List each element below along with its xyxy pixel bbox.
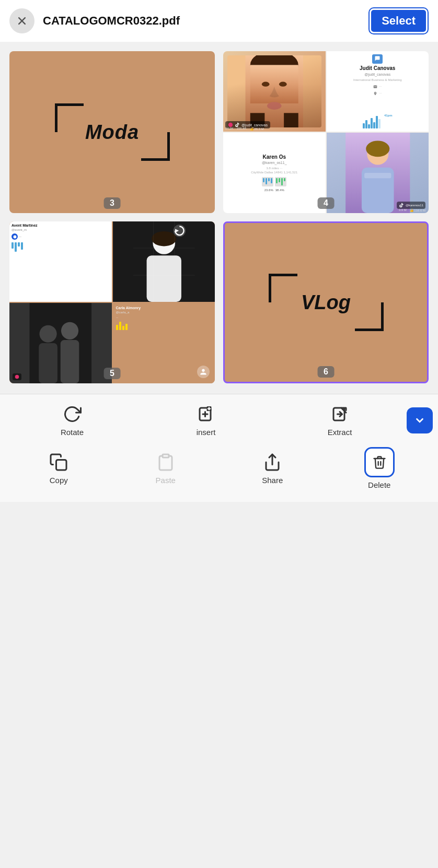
share-button[interactable]: Share bbox=[219, 452, 326, 485]
copy-icon bbox=[48, 452, 69, 473]
svg-point-20 bbox=[152, 231, 176, 246]
copy-button[interactable]: Copy bbox=[5, 452, 112, 485]
moda-bracket: Moda bbox=[55, 103, 170, 161]
svg-rect-32 bbox=[30, 303, 91, 383]
paste-label: Paste bbox=[156, 476, 176, 485]
collage-profile-info: Judit Canovas @judit_canovas Internation… bbox=[327, 51, 429, 132]
pages-grid: Moda 3 bbox=[9, 51, 429, 383]
p5-stats-panel: Avent Martinez @avent_m ··· bbox=[9, 221, 112, 302]
profile-face bbox=[227, 55, 321, 127]
pages-container: Moda 3 bbox=[0, 42, 438, 383]
svg-point-33 bbox=[15, 375, 19, 379]
ig-handle-label: @judit_canovas bbox=[241, 123, 268, 127]
insert-button[interactable]: insert bbox=[139, 404, 273, 437]
extract-button[interactable]: Extract bbox=[273, 404, 407, 437]
p5-group-photo bbox=[9, 303, 112, 383]
toolbar-row-2: Copy Paste Share bbox=[0, 442, 438, 502]
toolbar-expand-button[interactable] bbox=[407, 407, 433, 433]
extract-label: Extract bbox=[328, 428, 352, 437]
rotate-icon bbox=[62, 404, 83, 425]
collage-grid: @judit_canovas 24.2K 155.8K 👍 26.3 M bbox=[223, 51, 429, 213]
moda-text: Moda bbox=[85, 121, 139, 144]
svg-rect-15 bbox=[364, 173, 391, 178]
svg-point-16 bbox=[13, 235, 16, 238]
delete-button[interactable]: Delete bbox=[326, 447, 433, 489]
document-title: CATALOGOMCR0322.pdf bbox=[43, 14, 360, 28]
svg-rect-4 bbox=[250, 65, 298, 103]
extract-icon bbox=[329, 404, 350, 425]
page-thumb-6[interactable]: VLog 6 bbox=[223, 221, 429, 383]
page-thumb-5[interactable]: Avent Martinez @avent_m ··· bbox=[9, 221, 215, 383]
insert-icon bbox=[195, 404, 216, 425]
svg-point-3 bbox=[250, 55, 298, 79]
copy-label: Copy bbox=[50, 476, 68, 485]
page-thumb-4[interactable]: @judit_canovas 24.2K 155.8K 👍 26.3 M bbox=[223, 51, 429, 213]
app-header: CATALOGOMCR0322.pdf Select bbox=[0, 0, 438, 42]
collage-face-cell: @judit_canovas 24.2K 155.8K 👍 26.3 M bbox=[223, 51, 326, 132]
svg-point-6 bbox=[279, 82, 287, 87]
toolbar: Rotate insert bbox=[0, 394, 438, 502]
mini-chart-judit bbox=[363, 114, 381, 128]
page-badge-3: 3 bbox=[103, 197, 121, 209]
insert-label: insert bbox=[197, 428, 216, 437]
svg-rect-19 bbox=[146, 255, 181, 302]
rotate-button[interactable]: Rotate bbox=[5, 404, 139, 437]
page5-grid: Avent Martinez @avent_m ··· bbox=[9, 221, 215, 383]
vlog-text: VLog bbox=[301, 291, 351, 314]
close-button[interactable] bbox=[9, 8, 34, 33]
svg-point-7 bbox=[267, 102, 282, 110]
share-icon bbox=[262, 452, 283, 473]
svg-point-5 bbox=[262, 82, 270, 87]
svg-rect-9 bbox=[284, 113, 298, 127]
page-thumb-3[interactable]: Moda 3 bbox=[9, 51, 215, 213]
page-badge-4: 4 bbox=[317, 197, 335, 209]
select-button[interactable]: Select bbox=[368, 7, 429, 34]
page-badge-6: 6 bbox=[317, 366, 335, 378]
p5-carla-info: Carla Almonry @carla_a ··· bbox=[113, 303, 215, 383]
svg-point-10 bbox=[228, 123, 233, 127]
rotate-label: Rotate bbox=[61, 428, 84, 437]
svg-point-14 bbox=[366, 140, 389, 157]
share-label: Share bbox=[262, 476, 283, 485]
toolbar-row-1: Rotate insert bbox=[0, 394, 438, 442]
paste-button[interactable]: Paste bbox=[112, 452, 220, 485]
p5-dark-photo bbox=[113, 221, 215, 302]
page-badge-5: 5 bbox=[103, 368, 121, 379]
svg-rect-2 bbox=[246, 55, 303, 127]
svg-rect-43 bbox=[163, 454, 169, 458]
svg-rect-42 bbox=[56, 460, 67, 471]
delete-label: Delete bbox=[368, 480, 390, 489]
karen-name: Karen Os bbox=[263, 154, 286, 160]
paste-icon bbox=[155, 452, 176, 473]
collage-person-photo: @karenos11 3.9 M 👍 116.6 M bbox=[327, 133, 429, 213]
judit-name: Judit Canovas bbox=[360, 65, 395, 71]
judit-bio: International Business & Marketing bbox=[353, 78, 402, 82]
judit-handle: @judit_canovas bbox=[364, 73, 390, 76]
karen-handle: @karen_os11_ bbox=[262, 161, 287, 165]
collage-karen-info: Karen Os @karen_os11_ 3.8 miles ··· City… bbox=[223, 133, 326, 213]
delete-icon-box bbox=[364, 447, 395, 477]
vlog-bracket: VLog bbox=[269, 274, 384, 331]
